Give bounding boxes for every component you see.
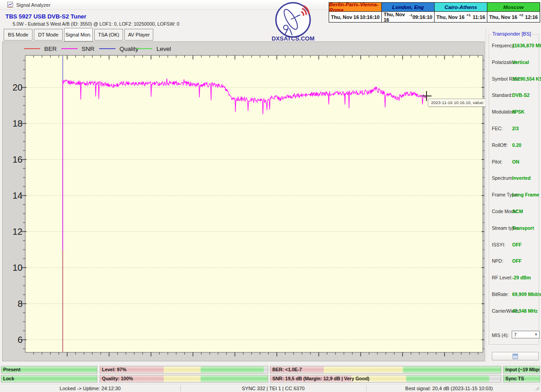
meter-bar: SNR: 19,5 dB (Margin: 12,9 dB | Very Goo… bbox=[270, 375, 501, 383]
tp-value-6: 0.20 bbox=[512, 142, 521, 148]
tooltip-text: 2023-11-16 10.16.10, value: 19,5 bbox=[431, 100, 494, 105]
meter-segment-gray bbox=[489, 375, 501, 382]
bar-text: Input (~19 Mbps) bbox=[505, 367, 540, 372]
app-icon bbox=[7, 2, 13, 8]
meter-bar: BER: <1.0E-7 bbox=[270, 366, 501, 374]
status-led-present: Present bbox=[1, 366, 97, 374]
y-tick-label: 14 bbox=[13, 191, 23, 201]
bar-text: Lock bbox=[3, 376, 14, 381]
transponder-panel: Transponder [BS] Frequency:11636,870 MHz… bbox=[486, 27, 541, 363]
clock-region: Moscow bbox=[487, 3, 540, 12]
tp-label-14: RF Level: bbox=[492, 275, 512, 280]
clock-3: MoscowThu, Nov 16+212:16 bbox=[487, 3, 540, 22]
chevron-down-icon: ▼ bbox=[533, 333, 539, 337]
report-button[interactable] bbox=[492, 352, 539, 360]
y-tick-label: 8 bbox=[18, 299, 23, 309]
tp-value-14: -29 dBm bbox=[512, 275, 531, 280]
tp-label-13: NPD: bbox=[492, 258, 503, 264]
tp-value-4: 8PSK bbox=[512, 109, 524, 114]
tab-signal-mon-[interactable]: Signal Mon. bbox=[64, 28, 93, 41]
clock-utc-offset: +2 bbox=[519, 13, 523, 17]
tp-label-15: BitRate: bbox=[492, 292, 509, 297]
chart-canvas[interactable]: 68101214161820 bbox=[3, 42, 484, 361]
tuner-subtitle: 5.0W - Eutelsat 5 West A/B (ID: 3550) @ … bbox=[13, 21, 179, 27]
bar-text: Level: 97% bbox=[102, 367, 126, 372]
y-axis-labels: 68101214161820 bbox=[13, 82, 23, 345]
mis-dropdown[interactable]: 7 ▼ bbox=[512, 331, 540, 338]
tab-tsa-ok-[interactable]: TSA (OK) bbox=[94, 29, 123, 41]
tp-value-5: 2/3 bbox=[512, 126, 519, 131]
status-led-lock: Lock bbox=[1, 375, 97, 383]
signal-analyzer-window: Signal Analyzer TBS 5927 USB DVB-S2 Tune… bbox=[0, 0, 541, 392]
tp-value-3: DVB-S2 bbox=[512, 92, 530, 98]
bar-text: Quality: 100% bbox=[102, 376, 133, 381]
statusbar-lock-uptime: Locked -> Uptime: 24:12:30 bbox=[0, 384, 180, 392]
meter-bar: Level: 97% bbox=[100, 366, 268, 374]
clock-time: 10:16:10 bbox=[360, 14, 380, 20]
meter-segment-yellow bbox=[164, 375, 201, 382]
tp-value-15: 69,909 Mbit/s bbox=[512, 292, 541, 297]
clock-time: 12:16 bbox=[525, 14, 538, 20]
clock-region: London, Eng bbox=[382, 3, 434, 12]
clock-utc-offset: +1 bbox=[467, 13, 471, 17]
clock-2: Cairo-AthensThu, Nov 16+111:16 bbox=[435, 3, 487, 22]
y-tick-label: 6 bbox=[18, 335, 23, 345]
logo-ring bbox=[276, 3, 310, 37]
clock-time: 11:16 bbox=[472, 14, 485, 20]
resize-grip[interactable] bbox=[535, 386, 540, 391]
tab-av-player[interactable]: AV Player bbox=[124, 29, 153, 41]
clock-datetime: Thu, Nov 1610:16:10 bbox=[329, 12, 381, 22]
y-tick-label: 10 bbox=[13, 263, 23, 273]
tp-value-11: Transport bbox=[512, 225, 534, 231]
tp-label-7: Pilot: bbox=[492, 159, 502, 164]
window-title: Signal Analyzer bbox=[16, 2, 50, 8]
bar-text: Present bbox=[3, 367, 21, 372]
bar-text: BER: <1.0E-7 bbox=[272, 367, 302, 372]
tp-label-8: Spectrum: bbox=[492, 175, 513, 181]
tp-value-7: ON bbox=[512, 159, 519, 164]
tp-label-5: FEC: bbox=[492, 126, 503, 131]
meter-segment-yellow bbox=[164, 366, 201, 373]
clock-datetime: Thu, Nov 16+212:16 bbox=[487, 12, 540, 22]
clock-time: 09:16:10 bbox=[413, 14, 432, 20]
tp-value-2: 35290,554 KS/s bbox=[512, 76, 541, 82]
clock-1: London, EngThu, Nov 16-109:16:10 bbox=[382, 3, 435, 22]
transponder-title: Transponder [BS] bbox=[491, 31, 532, 36]
tp-value-13: OFF bbox=[512, 258, 522, 264]
tp-label-12: ISSYI: bbox=[492, 242, 505, 247]
status-led-sync-ts: Sync TS bbox=[503, 375, 540, 383]
y-tick-label: 20 bbox=[13, 82, 23, 92]
clock-date: Thu, Nov 16 bbox=[489, 14, 517, 20]
signal-chart[interactable]: BERSNRQualityLevel 68101214161820 2023-1… bbox=[2, 41, 485, 361]
clock-region: Berlin-Paris-Vienna-Roma bbox=[329, 3, 381, 12]
bar-text: SNR: 19,5 dB (Margin: 12,9 dB | Very Goo… bbox=[272, 376, 369, 381]
statusbar-best-signal: Best signal: 20,4 dB (2023-11-15 10:03) bbox=[366, 384, 532, 392]
meter-segment-green bbox=[201, 375, 268, 382]
tp-value-1: Vertical bbox=[512, 59, 529, 65]
y-tick-label: 18 bbox=[13, 119, 23, 128]
meter-segment-green bbox=[406, 375, 489, 382]
meter-segment-gray bbox=[264, 366, 268, 373]
meter-bar: Quality: 100% bbox=[100, 375, 268, 383]
statusbar: Locked -> Uptime: 24:12:30 SYNC 332 | TE… bbox=[0, 384, 541, 392]
tab-dt-mode[interactable]: DT Mode bbox=[34, 29, 63, 41]
tuner-title: TBS 5927 USB DVB-S2 Tuner bbox=[5, 13, 87, 20]
tp-value-16: 42,348 MHz bbox=[512, 308, 538, 314]
tp-value-9: Long Frame bbox=[512, 192, 539, 197]
mis-value: 7 bbox=[512, 332, 533, 337]
meter-segment-green bbox=[403, 366, 501, 373]
mis-label: MIS (4): bbox=[492, 333, 509, 338]
statusbar-sync-counters: SYNC 332 | TEI 1 | CC 6370 bbox=[180, 384, 366, 392]
tp-value-10: ACM bbox=[512, 209, 523, 214]
dxsatcs-logo: DXSATCS.COM bbox=[266, 1, 320, 42]
clock-utc-offset: -1 bbox=[409, 13, 413, 17]
clock-region: Cairo-Athens bbox=[435, 3, 487, 12]
clock-date: Thu, Nov 16 bbox=[436, 14, 464, 20]
y-tick-label: 12 bbox=[13, 227, 23, 237]
meter-segment-green bbox=[201, 366, 264, 373]
tab-bs-mode[interactable]: BS Mode bbox=[4, 29, 32, 41]
bar-text: Sync TS bbox=[505, 376, 524, 381]
tp-value-0: 11636,870 MHz bbox=[512, 43, 541, 48]
status-led-input-19-mbps-: Input (~19 Mbps) bbox=[503, 366, 540, 374]
clock-datetime: Thu, Nov 16+111:16 bbox=[435, 12, 487, 22]
